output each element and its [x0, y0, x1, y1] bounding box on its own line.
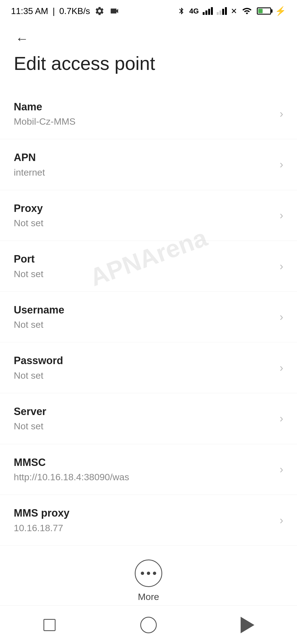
settings-label-apn: APN: [14, 151, 274, 164]
chevron-right-icon-name: ›: [280, 108, 283, 120]
bluetooth-icon: [178, 6, 185, 16]
settings-value-apn: internet: [14, 166, 274, 178]
back-button[interactable]: ←: [14, 30, 30, 47]
battery-fill: [258, 9, 263, 13]
header: ← Edit access point: [0, 22, 297, 80]
settings-value-password: Not set: [14, 369, 274, 381]
signal-bars-2: [217, 7, 227, 15]
settings-value-port: Not set: [14, 268, 274, 280]
settings-item-port[interactable]: Port Not set ›: [0, 241, 297, 292]
home-button[interactable]: [135, 611, 162, 639]
settings-value-proxy: Not set: [14, 217, 274, 229]
settings-item-mmsc[interactable]: MMSC http://10.16.18.4:38090/was ›: [0, 444, 297, 495]
more-dots-icon: [141, 572, 156, 575]
settings-value-mms-proxy: 10.16.18.77: [14, 522, 274, 534]
settings-icon: [95, 6, 105, 16]
chevron-right-icon-mmsc: ›: [280, 463, 283, 476]
back-nav-button[interactable]: [234, 611, 261, 639]
settings-item-mms-proxy[interactable]: MMS proxy 10.16.18.77 ›: [0, 495, 297, 546]
divider: |: [53, 6, 55, 16]
settings-label-password: Password: [14, 354, 274, 367]
signal-bars-1: [203, 7, 213, 15]
settings-value-server: Not set: [14, 420, 274, 432]
settings-label-mms-proxy: MMS proxy: [14, 506, 274, 520]
chevron-right-icon-server: ›: [280, 412, 283, 425]
settings-label-proxy: Proxy: [14, 202, 274, 215]
dot-2: [147, 572, 150, 575]
settings-label-port: Port: [14, 252, 274, 266]
settings-label-username: Username: [14, 303, 274, 317]
settings-item-password[interactable]: Password Not set ›: [0, 342, 297, 393]
settings-item-content-proxy: Proxy Not set: [14, 202, 274, 229]
chevron-right-icon-mms-proxy: ›: [280, 514, 283, 526]
page-title: Edit access point: [14, 52, 283, 75]
more-label: More: [138, 591, 159, 602]
speed-display: 0.7KB/s: [59, 6, 90, 16]
dot-1: [141, 572, 144, 575]
settings-item-content-apn: APN internet: [14, 151, 274, 178]
navigation-bar: [0, 605, 297, 644]
settings-item-content-username: Username Not set: [14, 303, 274, 331]
back-arrow-icon: ←: [15, 31, 29, 46]
recent-apps-icon: [43, 619, 56, 631]
settings-item-username[interactable]: Username Not set ›: [0, 292, 297, 343]
no-signal-icon: ✕: [231, 7, 237, 16]
settings-item-server[interactable]: Server Not set ›: [0, 393, 297, 444]
wifi-icon: [241, 6, 253, 16]
settings-item-content-name: Name Mobil-Cz-MMS: [14, 100, 274, 128]
status-bar: 11:35 AM | 0.7KB/s 4G ✕: [0, 0, 297, 22]
settings-item-apn[interactable]: APN internet ›: [0, 139, 297, 190]
more-button[interactable]: [135, 560, 162, 587]
video-icon: [109, 6, 120, 16]
home-icon: [140, 617, 157, 633]
settings-value-mmsc: http://10.16.18.4:38090/was: [14, 471, 274, 483]
settings-item-content-mmsc: MMSC http://10.16.18.4:38090/was: [14, 456, 274, 483]
status-left: 11:35 AM | 0.7KB/s: [11, 6, 120, 16]
settings-label-mmsc: MMSC: [14, 456, 274, 469]
chevron-right-icon-port: ›: [280, 260, 283, 272]
settings-value-name: Mobil-Cz-MMS: [14, 115, 274, 127]
chevron-right-icon-proxy: ›: [280, 209, 283, 222]
settings-item-content-password: Password Not set: [14, 354, 274, 381]
status-right: 4G ✕ ⚡: [178, 6, 286, 16]
settings-value-username: Not set: [14, 318, 274, 331]
network-type: 4G: [189, 7, 199, 15]
recent-apps-button[interactable]: [36, 611, 63, 639]
battery-indicator: [257, 7, 271, 15]
settings-item-content-server: Server Not set: [14, 405, 274, 432]
chevron-right-icon-password: ›: [280, 362, 283, 374]
settings-item-proxy[interactable]: Proxy Not set ›: [0, 190, 297, 241]
bolt-icon: ⚡: [275, 6, 286, 16]
settings-item-name[interactable]: Name Mobil-Cz-MMS ›: [0, 89, 297, 140]
settings-list: Name Mobil-Cz-MMS › APN internet › Proxy…: [0, 89, 297, 546]
dot-3: [153, 572, 156, 575]
more-section: More: [0, 546, 297, 613]
settings-item-content-port: Port Not set: [14, 252, 274, 280]
chevron-right-icon-apn: ›: [280, 158, 283, 171]
settings-label-server: Server: [14, 405, 274, 418]
settings-item-content-mms-proxy: MMS proxy 10.16.18.77: [14, 506, 274, 534]
back-nav-icon: [241, 617, 254, 633]
chevron-right-icon-username: ›: [280, 311, 283, 323]
time-display: 11:35 AM: [11, 6, 48, 16]
settings-label-name: Name: [14, 100, 274, 114]
